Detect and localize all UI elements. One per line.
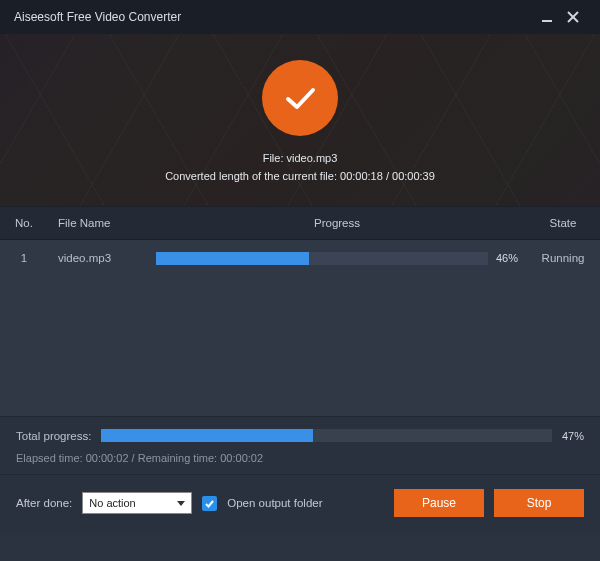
total-progress-row: Total progress: 47% [16,429,584,442]
current-file-label: File: video.mp3 [165,150,435,168]
hero-text: File: video.mp3 Converted length of the … [165,150,435,185]
open-output-label[interactable]: Open output folder [227,497,322,509]
chevron-down-icon [177,497,185,509]
app-title: Aiseesoft Free Video Converter [14,10,534,24]
col-header-filename: File Name [48,217,148,229]
total-progress-fill [101,429,313,442]
action-bar: After done: No action Open output folder… [0,474,600,535]
table-empty-area [0,276,600,416]
svg-marker-3 [177,501,185,506]
col-header-no: No. [0,217,48,229]
total-progress-section: Total progress: 47% Elapsed time: 00:00:… [0,416,600,474]
col-header-progress: Progress [148,217,526,229]
minimize-button[interactable] [534,4,560,30]
total-progress-percent: 47% [562,430,584,442]
success-check-icon [262,60,338,136]
total-progress-bar [101,429,552,442]
table-header: No. File Name Progress State [0,206,600,240]
row-progress-fill [156,252,309,265]
col-header-state: State [526,217,600,229]
row-filename: video.mp3 [48,252,148,264]
status-hero: File: video.mp3 Converted length of the … [0,34,600,206]
table-body: 1 video.mp3 46% Running [0,240,600,416]
stop-button[interactable]: Stop [494,489,584,517]
converted-length-label: Converted length of the current file: 00… [165,168,435,186]
elapsed-remaining-label: Elapsed time: 00:00:02 / Remaining time:… [16,452,584,464]
total-progress-label: Total progress: [16,430,91,442]
close-button[interactable] [560,4,586,30]
table-row[interactable]: 1 video.mp3 46% Running [0,240,600,276]
after-done-select[interactable]: No action [82,492,192,514]
open-output-checkbox[interactable] [202,496,217,511]
row-progress-bar [156,252,488,265]
after-done-value: No action [89,497,135,509]
after-done-label: After done: [16,497,72,509]
title-bar: Aiseesoft Free Video Converter [0,0,600,34]
row-progress: 46% [148,252,526,265]
row-progress-percent: 46% [496,252,518,264]
row-state: Running [526,252,600,264]
row-number: 1 [0,252,48,264]
app-window: Aiseesoft Free Video Converter File: vid… [0,0,600,561]
pause-button[interactable]: Pause [394,489,484,517]
